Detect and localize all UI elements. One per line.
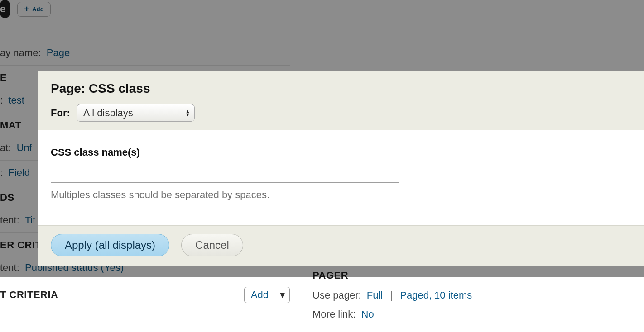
modal-footer: Apply (all displays) Cancel bbox=[38, 225, 644, 266]
modal-title: Page: CSS class bbox=[51, 81, 631, 96]
for-row: For: All displays This page (override) ▲… bbox=[51, 104, 631, 122]
add-sort-label: Add bbox=[245, 287, 275, 303]
modal-header: Page: CSS class For: All displays This p… bbox=[38, 71, 644, 130]
apply-button[interactable]: Apply (all displays) bbox=[51, 234, 169, 256]
for-label: For: bbox=[51, 107, 70, 119]
css-class-field-label: CSS class name(s) bbox=[51, 147, 631, 158]
for-select-wrap: All displays This page (override) ▲▼ bbox=[77, 104, 195, 122]
sort-section-head: T CRITERIA bbox=[0, 289, 58, 301]
separator-pipe: | bbox=[390, 289, 393, 301]
for-select[interactable]: All displays This page (override) bbox=[77, 104, 195, 122]
css-class-input[interactable] bbox=[51, 163, 399, 183]
add-sort-split-button[interactable]: Add ▾ bbox=[244, 287, 290, 303]
use-pager-row: Use pager: Full | Paged, 10 items bbox=[312, 289, 639, 301]
use-pager-link-2[interactable]: Paged, 10 items bbox=[400, 289, 472, 301]
more-link-row: More link: No bbox=[312, 308, 639, 320]
right-column: PAGER Use pager: Full | Paged, 10 items … bbox=[312, 270, 639, 327]
css-class-help-text: Multiples classes should be separated by… bbox=[51, 189, 631, 201]
caret-down-icon: ▾ bbox=[275, 287, 289, 303]
use-pager-link-1[interactable]: Full bbox=[367, 289, 383, 301]
more-link-value[interactable]: No bbox=[361, 308, 374, 320]
apply-button-label: Apply (all displays) bbox=[65, 239, 155, 251]
cancel-button[interactable]: Cancel bbox=[181, 234, 243, 256]
more-link-label: More link: bbox=[312, 308, 356, 320]
sort-section-row: T CRITERIA Add ▾ bbox=[0, 280, 290, 309]
css-class-modal: Page: CSS class For: All displays This p… bbox=[38, 71, 644, 266]
modal-body: CSS class name(s) Multiples classes shou… bbox=[38, 130, 644, 225]
use-pager-label: Use pager: bbox=[312, 289, 361, 301]
cancel-button-label: Cancel bbox=[195, 239, 229, 251]
